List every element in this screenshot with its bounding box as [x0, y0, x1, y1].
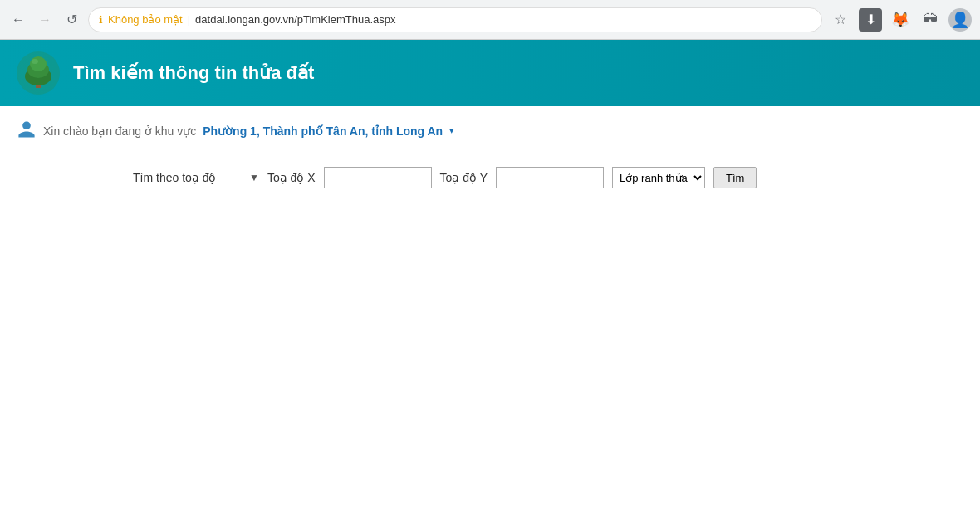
url-text: datdai.longan.gov.vn/pTimKiemThua.aspx [195, 13, 395, 26]
reload-button[interactable]: ↺ [61, 10, 81, 30]
extension-icon-2[interactable]: 🕶 [919, 8, 942, 32]
greeting-prefix: Xin chào bạn đang ở khu vực [43, 124, 196, 138]
security-icon: ℹ [99, 14, 103, 26]
user-greeting: Xin chào bạn đang ở khu vực Phường 1, Th… [17, 120, 963, 142]
back-button[interactable]: ← [8, 10, 28, 30]
address-bar[interactable]: ℹ Không bảo mật | datdai.longan.gov.vn/p… [88, 7, 822, 32]
security-label: Không bảo mật [108, 13, 183, 26]
location-dropdown-arrow[interactable]: ▾ [449, 125, 454, 136]
site-logo [17, 51, 60, 95]
coord-x-input[interactable] [324, 167, 432, 188]
download-button[interactable]: ⬇ [859, 8, 882, 32]
browser-chrome: ← → ↺ ℹ Không bảo mật | datdai.longan.go… [0, 0, 980, 40]
svg-point-4 [30, 56, 47, 71]
coord-y-label: Toạ độ Y [440, 171, 488, 184]
greeting-location[interactable]: Phường 1, Thành phố Tân An, tỉnh Long An [203, 124, 443, 138]
search-method-label: Tìm theo toạ độ [133, 171, 241, 184]
search-button[interactable]: Tìm [713, 167, 757, 188]
coord-y-input[interactable] [496, 167, 604, 188]
svg-point-5 [32, 59, 38, 64]
coord-x-label: Toạ độ X [267, 171, 316, 184]
profile-button[interactable]: 👤 [948, 8, 972, 32]
layer-select[interactable]: Lớp ranh thửa [612, 167, 705, 188]
site-title: Tìm kiếm thông tin thửa đất [73, 62, 314, 84]
site-header: Tìm kiếm thông tin thửa đất [0, 40, 980, 106]
bookmark-button[interactable]: ☆ [829, 8, 852, 32]
browser-toolbar-right: ☆ ⬇ 🦊 🕶 👤 [829, 8, 972, 32]
address-divider: | [188, 13, 190, 26]
page-body: Xin chào bạn đang ở khu vực Phường 1, Th… [0, 106, 980, 532]
search-section: Tìm theo toạ độ ▼ Toạ độ X Toạ độ Y Lớp … [17, 159, 963, 197]
forward-button[interactable]: → [35, 10, 55, 30]
user-person-icon [17, 120, 37, 142]
search-toggle-arrow[interactable]: ▼ [249, 172, 259, 183]
extension-icon-1[interactable]: 🦊 [889, 8, 912, 32]
